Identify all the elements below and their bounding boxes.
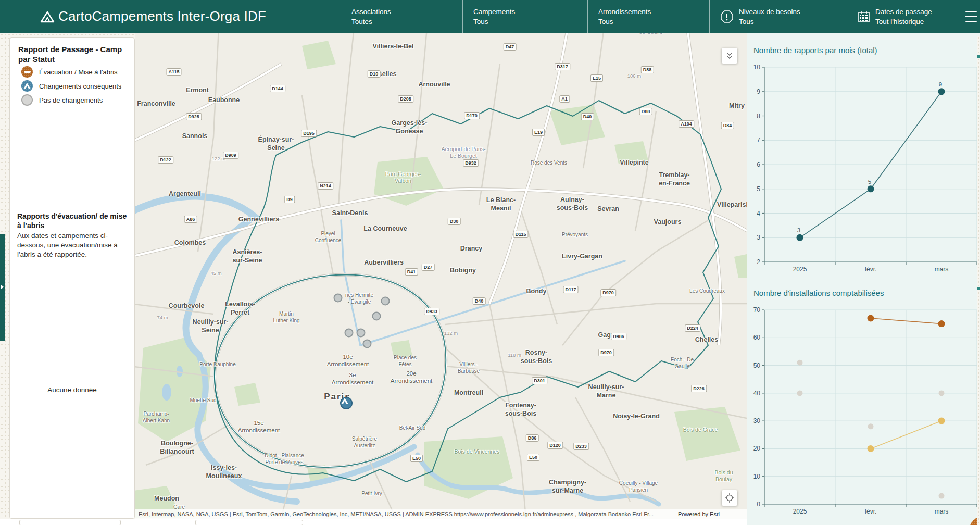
svg-text:2025: 2025 [793,508,807,515]
legend-item-label: Changements conséquents [39,82,121,90]
legend-item-evac: Évacuation / Mise à l'abris [21,65,118,79]
svg-text:9: 9 [939,81,942,88]
camp-marker-no-change[interactable] [357,329,366,338]
svg-text:4: 4 [757,210,760,217]
no-data-label: Aucune donnée [10,386,134,394]
panel-drag-dot [977,287,980,290]
filter-value: Tous [473,17,515,27]
legend-swatch-none-icon [21,94,33,106]
svg-text:70: 70 [753,306,761,314]
alert-octagon-icon [720,10,734,23]
app: CartoCampements Inter-Orga IDF Associati… [0,0,980,525]
filter-value: Tous [598,17,651,27]
legend-item-none: Pas de changements [21,93,103,107]
panel-drag-dot [977,55,980,58]
powered-by-esri: Powered by Esri [678,511,744,517]
filter-label: Niveaux de besoins [739,7,800,17]
svg-text:10: 10 [753,64,761,71]
camp-marker-changes[interactable] [340,397,353,409]
filter-niveaux-de-besoins[interactable]: Niveaux de besoinsTous [709,0,847,33]
tent-logo-icon [40,9,55,24]
legend-item-label: Pas de changements [39,96,103,104]
svg-text:2025: 2025 [793,266,807,273]
legend-swatch-chg-icon [21,80,33,92]
filter-label: Associations [351,7,391,17]
filter-label: Campements [473,7,515,17]
chart2-plot: 0102030405060702025févr.mars [747,305,977,525]
filter-value: Tous [739,17,800,27]
camp-marker-no-change[interactable] [334,294,343,303]
svg-text:mars: mars [935,266,949,273]
map-canvas[interactable]: Villiers-le-BelSarcellesArnouvilleErmont… [135,33,747,519]
legend-item-label: Évacuation / Mise à l'abris [39,68,118,76]
app-header: CartoCampements Inter-Orga IDF Associati… [0,0,980,33]
map-basemap [135,33,747,519]
locate-crosshair-icon [724,493,735,503]
svg-text:févr.: févr. [865,266,877,273]
collapse-panel-button[interactable] [722,48,737,64]
legend-item-chg: Changements conséquents [21,79,121,93]
svg-text:6: 6 [757,161,760,168]
attribution-text: Esri, Intermap, NASA, NGA, USGS | Esri, … [139,511,654,517]
svg-text:3: 3 [757,234,760,241]
chart2-title: Nombre d'installations comptabilisées [747,284,977,297]
chart-installations-count: Nombre d'installations comptabilisées 01… [747,284,977,525]
svg-text:20: 20 [753,445,761,452]
svg-text:60: 60 [753,334,761,341]
cutoff-box [19,520,121,525]
svg-text:févr.: févr. [865,508,877,515]
menu-icon[interactable] [965,11,977,22]
svg-text:40: 40 [753,390,761,397]
filter-arrondissements[interactable]: ArrondissementsTous [587,0,709,33]
camp-marker-no-change[interactable] [345,329,354,338]
tent-icon [23,83,31,89]
filter-associations[interactable]: AssociationsToutes [341,0,462,33]
cutoff-box [195,520,303,525]
evacuation-section-description: Aux dates et campements ci-dessous, une … [17,231,125,259]
camp-marker-no-change[interactable] [363,340,372,348]
svg-text:9: 9 [757,88,760,95]
legend-title: Rapport de Passage - Camp par Statut [18,44,129,64]
svg-text:50: 50 [753,362,761,369]
filter-campements[interactable]: CampementsTous [462,0,587,33]
filter-value: Toutes [351,17,391,27]
locate-button[interactable] [722,490,737,506]
map-attribution: Esri, Intermap, NASA, NGA, USGS | Esri, … [135,509,747,519]
svg-text:mars: mars [935,508,949,515]
calendar-icon [858,10,870,23]
legend-swatch-evac-icon [21,66,33,78]
svg-text:8: 8 [757,113,760,120]
filter-label: Arrondissements [598,7,651,17]
camp-marker-no-change[interactable] [372,312,381,321]
chart-reports-per-month: Nombre de rapports par mois (total) 2345… [747,33,977,284]
double-chevron-down-icon [725,51,734,60]
sidebar-panel: Rapport de Passage - Camp par Statut Éva… [9,38,135,519]
svg-text:2: 2 [757,258,760,266]
page-title: CartoCampements Inter-Orga IDF [58,8,266,24]
filter-label: Dates de passage [875,7,932,17]
filter-dates-de-passage[interactable]: Dates de passageTout l'historique [847,0,966,33]
right-edge-strip [977,36,980,525]
chart1-plot: 23456789102025févr.mars359 [747,59,977,284]
evacuation-section-title: Rapports d'évacuation/ de mise à l'abris [17,211,128,230]
svg-text:0: 0 [757,501,760,508]
tent-icon [341,398,348,404]
svg-text:30: 30 [753,417,761,424]
svg-text:5: 5 [868,179,871,185]
chevron-right-icon [1,284,4,290]
app-logo: CartoCampements Inter-Orga IDF [40,0,266,33]
chart1-title: Nombre de rapports par mois (total) [747,33,977,55]
svg-text:7: 7 [757,136,760,144]
filter-bar: AssociationsToutesCampementsTousArrondis… [341,0,966,33]
svg-text:5: 5 [757,185,760,193]
svg-text:3: 3 [797,227,800,233]
filter-value: Tout l'historique [875,17,932,27]
svg-text:10: 10 [753,473,761,480]
camp-marker-no-change[interactable] [381,297,390,306]
sidebar-expand-handle[interactable] [0,234,5,341]
bottom-strip [0,519,747,525]
